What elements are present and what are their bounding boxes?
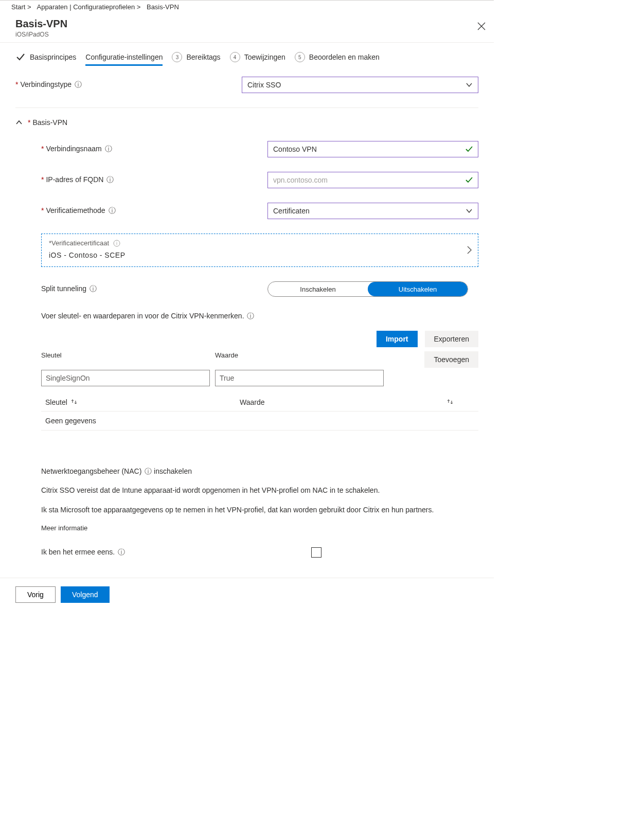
conn-type-value: Citrix SSO <box>247 81 281 89</box>
agree-label: Ik ben het ermee eens. ⓘ <box>41 548 311 557</box>
checkmark-icon <box>464 175 474 186</box>
conn-name-label: *Verbindingsnaam ⓘ <box>41 145 267 154</box>
nac-line1: Citrix SSO vereist dat de Intune apparaa… <box>41 486 478 496</box>
crumb-devices[interactable]: Apparaten | Configuratieprofielen > <box>37 3 141 11</box>
sort-icon[interactable] <box>70 398 78 407</box>
conn-name-input[interactable]: Contoso VPN <box>267 141 478 157</box>
nac-more-link[interactable]: Meer informatie <box>41 524 478 532</box>
fqdn-value: vpn.contoso.com <box>273 176 328 184</box>
conn-type-label: *Verbindingstype ⓘ <box>15 80 242 90</box>
col-val[interactable]: Waarde <box>240 398 265 406</box>
checkmark-icon <box>464 145 474 155</box>
step-review-label: Beoordelen en maken <box>309 53 380 61</box>
close-icon[interactable] <box>473 20 490 35</box>
section-basis-vpn[interactable]: *Basis-VPN <box>15 118 478 127</box>
step-assign-num: 4 <box>230 52 240 62</box>
step-basics-label: Basisprincipes <box>30 53 76 61</box>
kv-val-header: Waarde <box>215 351 424 368</box>
export-button[interactable]: Exporteren <box>425 331 478 347</box>
nac-line2: Ik sta Microsoft toe apparaatgegevens op… <box>41 505 478 515</box>
kv-empty: Geen gegevens <box>41 411 478 431</box>
split-disable[interactable]: Uitschakelen <box>368 282 468 296</box>
auth-label: *Verificatiemethode ⓘ <box>41 206 267 216</box>
step-assign-label: Toewijzingen <box>244 53 285 61</box>
crumb-current: Basis-VPN <box>147 3 179 11</box>
conn-type-select[interactable]: Citrix SSO <box>242 77 478 93</box>
next-button[interactable]: Volgend <box>61 586 110 603</box>
auth-value: Certificaten <box>273 207 310 215</box>
chevron-down-icon <box>466 207 473 216</box>
svg-text:i: i <box>116 241 117 246</box>
split-enable[interactable]: Inschakelen <box>268 282 368 296</box>
cert-title: *Verificatiecertificaat <box>49 239 109 247</box>
chevron-down-icon <box>466 81 473 90</box>
sort-icon[interactable] <box>446 398 454 407</box>
step-review[interactable]: 5 Beoordelen en maken <box>295 52 380 62</box>
step-review-num: 5 <box>295 52 305 62</box>
fqdn-label: *IP-adres of FQDN ⓘ <box>41 175 267 185</box>
fqdn-input[interactable]: vpn.contoso.com <box>267 172 478 188</box>
kv-val-input[interactable] <box>215 370 384 386</box>
kv-key-header: Sleutel <box>41 351 215 368</box>
auth-select[interactable]: Certificaten <box>267 203 478 219</box>
split-toggle[interactable]: Inschakelen Uitschakelen <box>267 281 468 297</box>
conn-name-value: Contoso VPN <box>273 145 317 153</box>
step-scope-label: Bereiktags <box>186 53 220 61</box>
col-key[interactable]: Sleutel <box>45 398 67 406</box>
crumb-start[interactable]: Start > <box>11 3 31 11</box>
split-label: Split tunneling ⓘ <box>41 284 267 294</box>
page-subtitle: iOS/iPadOS <box>15 31 482 38</box>
info-icon: i <box>113 240 120 247</box>
chevron-right-icon <box>466 245 473 256</box>
step-scope[interactable]: 3 Bereiktags <box>172 52 220 62</box>
step-config-label: Configuratie-instellingen <box>85 53 163 66</box>
breadcrumb: Start > Apparaten | Configuratieprofiele… <box>0 1 494 13</box>
auth-cert-selector[interactable]: *Verificatiecertificaat i iOS - Contoso … <box>41 234 478 267</box>
step-config[interactable]: Configuratie-instellingen <box>85 53 163 62</box>
step-basics[interactable]: Basisprincipes <box>15 52 76 62</box>
agree-checkbox[interactable] <box>311 547 321 558</box>
import-button[interactable]: Import <box>377 331 418 347</box>
kv-key-input[interactable] <box>41 370 210 386</box>
kv-intro: Voer sleutel- en waardeparen in voor de … <box>41 311 478 321</box>
wizard-steps: Basisprincipes Configuratie-instellingen… <box>15 52 478 62</box>
step-assign[interactable]: 4 Toewijzingen <box>230 52 285 62</box>
add-button[interactable]: Toevoegen <box>424 351 478 368</box>
cert-value: iOS - Contoso - SCEP <box>49 251 471 259</box>
section-title: Basis-VPN <box>32 118 67 127</box>
step-scope-num: 3 <box>172 52 182 62</box>
back-button[interactable]: Vorig <box>15 586 56 603</box>
nac-title: Netwerktoegangsbeheer (NAC) ⓘ inschakele… <box>41 467 478 477</box>
page-title: Basis-VPN <box>15 18 482 30</box>
chevron-up-icon <box>15 119 23 126</box>
